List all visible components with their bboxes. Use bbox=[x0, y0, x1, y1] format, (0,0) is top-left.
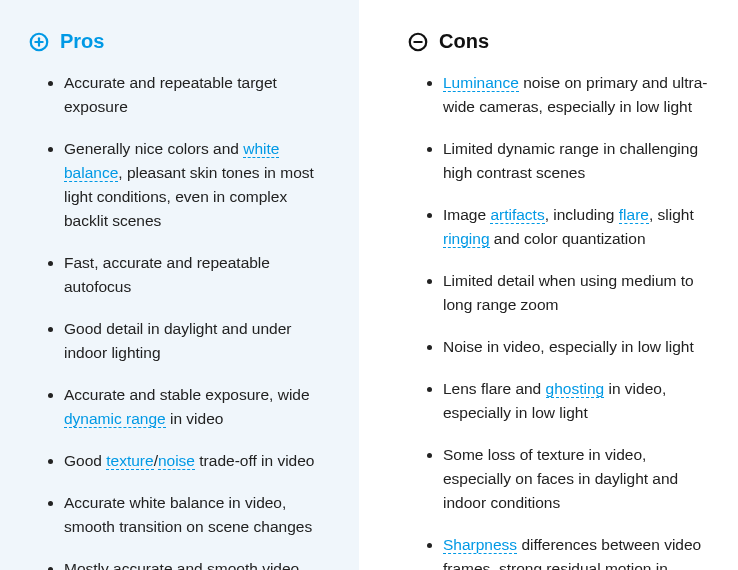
list-item: Luminance noise on primary and ultra-wid… bbox=[427, 71, 710, 119]
glossary-link[interactable]: dynamic range bbox=[64, 410, 166, 428]
cons-header: Cons bbox=[407, 30, 710, 53]
pros-title: Pros bbox=[60, 30, 104, 53]
pros-header: Pros bbox=[28, 30, 331, 53]
minus-circle-icon bbox=[407, 31, 429, 53]
list-item: Mostly accurate and smooth video autofoc… bbox=[48, 557, 331, 570]
cons-title: Cons bbox=[439, 30, 489, 53]
list-item: Good detail in daylight and under indoor… bbox=[48, 317, 331, 365]
glossary-link[interactable]: artifacts bbox=[490, 206, 544, 224]
glossary-link[interactable]: texture bbox=[106, 452, 153, 470]
glossary-link[interactable]: Luminance bbox=[443, 74, 519, 92]
plus-circle-icon bbox=[28, 31, 50, 53]
list-item: Image artifacts, including flare, slight… bbox=[427, 203, 710, 251]
cons-list: Luminance noise on primary and ultra-wid… bbox=[407, 71, 710, 570]
glossary-link[interactable]: Sharpness bbox=[443, 536, 517, 554]
glossary-link[interactable]: ringing bbox=[443, 230, 490, 248]
pros-panel: Pros Accurate and repeatable target expo… bbox=[0, 0, 359, 570]
list-item: Sharpness differences between video fram… bbox=[427, 533, 710, 570]
list-item: Accurate and stable exposure, wide dynam… bbox=[48, 383, 331, 431]
list-item: Limited dynamic range in challenging hig… bbox=[427, 137, 710, 185]
glossary-link[interactable]: white balance bbox=[64, 140, 279, 182]
list-item: Good texture/noise trade-off in video bbox=[48, 449, 331, 473]
pros-list: Accurate and repeatable target exposureG… bbox=[28, 71, 331, 570]
list-item: Some loss of texture in video, especiall… bbox=[427, 443, 710, 515]
list-item: Limited detail when using medium to long… bbox=[427, 269, 710, 317]
list-item: Generally nice colors and white balance,… bbox=[48, 137, 331, 233]
list-item: Accurate white balance in video, smooth … bbox=[48, 491, 331, 539]
list-item: Lens flare and ghosting in video, especi… bbox=[427, 377, 710, 425]
glossary-link[interactable]: noise bbox=[158, 452, 195, 470]
list-item: Fast, accurate and repeatable autofocus bbox=[48, 251, 331, 299]
list-item: Noise in video, especially in low light bbox=[427, 335, 710, 359]
list-item: Accurate and repeatable target exposure bbox=[48, 71, 331, 119]
glossary-link[interactable]: ghosting bbox=[546, 380, 605, 398]
glossary-link[interactable]: flare bbox=[619, 206, 649, 224]
cons-panel: Cons Luminance noise on primary and ultr… bbox=[379, 0, 738, 570]
